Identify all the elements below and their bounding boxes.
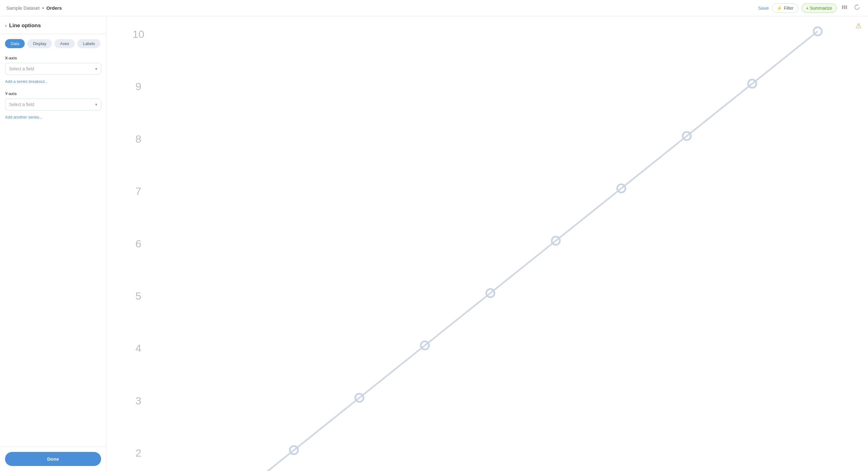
- svg-text:9: 9: [135, 80, 142, 92]
- sidebar-header: ‹ Line options: [0, 16, 106, 34]
- svg-rect-0: [842, 5, 843, 9]
- xaxis-select[interactable]: Select a field: [5, 63, 101, 75]
- tab-data[interactable]: Data: [5, 39, 25, 48]
- add-series-button[interactable]: Add another series...: [5, 113, 42, 121]
- columns-icon[interactable]: [840, 2, 849, 13]
- topbar-left: Sample Dataset • Orders: [6, 5, 62, 11]
- dataset-name: Sample Dataset: [6, 5, 40, 11]
- svg-text:5: 5: [135, 290, 142, 302]
- sidebar: ‹ Line options Data Display Axes Labels …: [0, 16, 106, 471]
- xaxis-select-wrapper: Select a field: [5, 63, 101, 75]
- yaxis-select[interactable]: Select a field: [5, 99, 101, 110]
- main-layout: ‹ Line options Data Display Axes Labels …: [0, 16, 868, 471]
- svg-text:8: 8: [135, 133, 142, 145]
- back-button[interactable]: ‹: [5, 23, 7, 29]
- filter-label: Filter: [784, 6, 794, 11]
- filter-icon: ⚡: [777, 6, 782, 11]
- warning-icon: ⚠: [856, 22, 862, 30]
- yaxis-select-wrapper: Select a field: [5, 99, 101, 110]
- filter-button[interactable]: ⚡ Filter: [772, 3, 798, 13]
- topbar-dot: •: [42, 5, 44, 11]
- chart-container: ⚠ 10 9 8 7 6 5 4 3 2 1 0 0 1 2 3 4 5: [106, 16, 868, 471]
- topbar-right: Save ⚡ Filter + Summarize: [758, 2, 862, 13]
- sidebar-footer: Done: [0, 447, 106, 471]
- tab-display[interactable]: Display: [27, 39, 52, 48]
- yaxis-label: Y-axis: [5, 91, 101, 96]
- svg-text:7: 7: [135, 185, 142, 197]
- xaxis-label: X-axis: [5, 56, 101, 60]
- svg-text:10: 10: [132, 28, 144, 40]
- yaxis-section: Y-axis Select a field Add another series…: [5, 91, 101, 121]
- chart-area: ⚠ 10 9 8 7 6 5 4 3 2 1 0 0 1 2 3 4 5: [106, 16, 868, 471]
- sidebar-title: Line options: [9, 23, 41, 29]
- done-button[interactable]: Done: [5, 452, 101, 466]
- svg-text:6: 6: [135, 238, 142, 249]
- page-title: Orders: [46, 5, 62, 11]
- xaxis-section: X-axis Select a field Add a series break…: [5, 56, 101, 85]
- refresh-icon[interactable]: [852, 2, 862, 13]
- tab-axes[interactable]: Axes: [55, 39, 75, 48]
- tab-row: Data Display Axes Labels: [0, 34, 106, 48]
- svg-text:2: 2: [135, 447, 142, 459]
- svg-text:3: 3: [135, 395, 142, 407]
- save-button[interactable]: Save: [758, 5, 769, 11]
- sidebar-content: X-axis Select a field Add a series break…: [0, 48, 106, 447]
- tab-labels[interactable]: Labels: [77, 39, 100, 48]
- svg-text:4: 4: [135, 342, 142, 354]
- summarize-button[interactable]: + Summarize: [801, 3, 837, 13]
- svg-rect-1: [844, 5, 845, 9]
- topbar: Sample Dataset • Orders Save ⚡ Filter + …: [0, 0, 868, 16]
- svg-rect-2: [846, 5, 847, 9]
- svg-line-25: [163, 31, 817, 471]
- chart-svg: 10 9 8 7 6 5 4 3 2 1 0 0 1 2 3 4 5 6 7: [122, 23, 859, 471]
- add-breakout-button[interactable]: Add a series breakout...: [5, 78, 48, 85]
